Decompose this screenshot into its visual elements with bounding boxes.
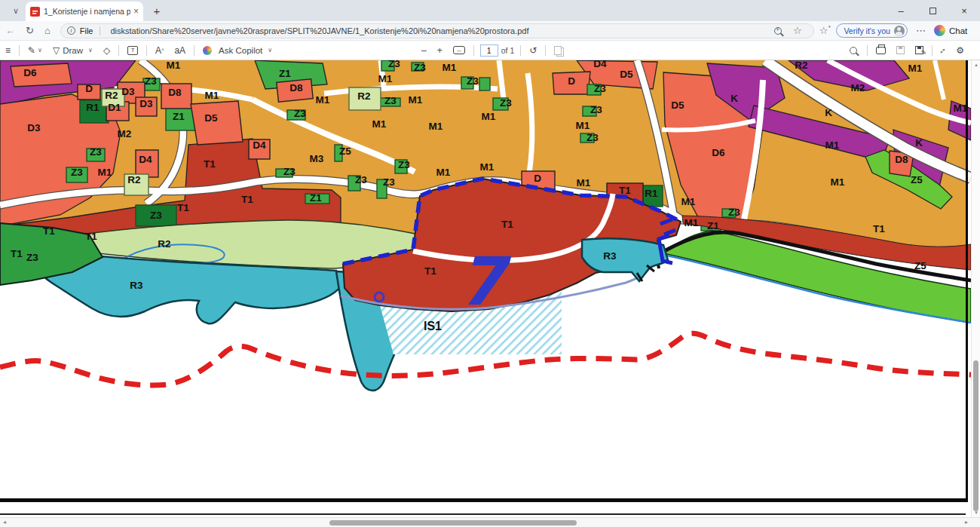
print-icon[interactable] [871,47,891,54]
zoom-out-icon[interactable]: – [416,45,432,56]
zone-label: Z3 [467,75,479,87]
zone-label: M1 [577,177,591,188]
restore-button[interactable] [917,0,948,21]
url-scheme-label: File [80,26,100,35]
pdf-favicon [30,7,40,17]
address-bar[interactable]: i File diskstation/Share%20server/javne%… [60,23,814,38]
divider [194,45,194,56]
restore-icon [929,8,936,14]
read-aloud-icon[interactable]: A^ [150,45,169,56]
scroll-up-icon[interactable]: ▴ [972,62,980,68]
verify-profile-button[interactable]: Verify it's you [836,23,908,38]
zone-label: T1 [11,248,23,259]
draw-button[interactable]: ▽Draw∨ [47,45,98,56]
zone-label: T1 [424,265,436,277]
zone-label: M1 [378,73,393,84]
divider [118,45,119,56]
zone-label: T1 [619,185,631,196]
zone-label: Z3 [594,83,606,94]
refresh-button[interactable]: ↻ [20,25,39,36]
favorites-star-icon[interactable]: ☆ [788,25,807,36]
zone-label: Z3 [388,60,400,69]
settings-gear-icon[interactable]: ⚙ [951,45,969,56]
zone-label: Z3 [294,108,306,119]
rotate-icon[interactable]: ↺ [524,45,542,56]
profile-avatar [894,26,905,36]
pdf-zoom-controls: – + ↔ of 1 ↺ [416,44,567,57]
ask-copilot-button[interactable]: Ask Copilot∨ [198,46,277,55]
zone-label: Z3 [590,104,602,115]
zone-label: T1 [177,202,189,213]
zone-label: K [825,107,832,118]
info-icon[interactable]: i [67,26,75,35]
zone-label: Z3 [586,132,599,143]
zone-label: Z5 [911,174,923,185]
zone-label: D [568,75,575,87]
zoning-map-canvas: 7 D6M1Z3DR2D3D8M1R1D1D3Z1D5D3M2Z3D4T1Z3M… [0,60,971,517]
zone-label: M1 [681,196,696,207]
zone-label: D5 [620,69,633,80]
zone-label: Z3 [414,62,426,73]
scroll-right-icon[interactable]: ▸ [965,519,968,525]
more-menu-icon[interactable]: ⋯ [911,25,931,36]
zone-label: Z3 [283,166,296,177]
highlighter-icon[interactable]: ✎∨ [23,45,47,56]
table-of-contents-icon[interactable]: ≡ [0,45,16,56]
zone-label: Z3 [26,252,38,263]
zone-label: M1 [443,62,457,73]
pdf-page: 7 D6M1Z3DR2D3D8M1R1D1D3Z1D5D3M2Z3D4T1Z3M… [0,60,971,517]
save-icon[interactable] [891,46,910,54]
page-number-input[interactable] [480,44,498,57]
scroll-down-icon[interactable]: ▾ [972,510,980,516]
tab-close-icon[interactable]: × [133,6,139,17]
zone-label: M1 [825,139,840,151]
zone-label: Z1 [279,68,291,79]
zoom-page-icon[interactable] [774,27,782,35]
zone-label: Z3 [150,210,162,221]
area-number-marker: 7 [458,243,512,320]
translate-icon[interactable]: aA [169,45,191,56]
home-button[interactable]: ⌂ [39,25,56,36]
titlebar: ∨ 1_Koristenje i namjena prostora.p... ×… [0,0,980,21]
eraser-icon[interactable]: ◇ [98,45,115,56]
tab-list-chevron-icon[interactable]: ∨ [6,2,26,19]
zone-label: D [85,83,93,94]
horizontal-scroll-thumb[interactable] [329,520,577,525]
zone-label: M1 [908,63,923,74]
zone-label: Z3 [71,167,83,178]
zone-label: T1 [204,158,216,170]
zone-label: R2 [127,174,140,185]
zone-label: D4 [253,139,266,151]
fit-to-width-icon[interactable]: ↔ [448,46,470,54]
search-icon[interactable] [843,47,864,54]
zone-label: R2 [795,60,807,71]
divider [473,45,474,56]
fullscreen-icon[interactable]: ↕ [934,41,952,59]
zone-label: D4 [593,60,607,69]
collections-icon[interactable]: ☆+ [814,25,834,36]
zone-label: Z3 [384,95,397,106]
vertical-scrollbar[interactable]: ▴ ▾ [971,60,980,517]
tab-title: 1_Koristenje i namjena prostora.p... [44,7,130,16]
zone-label: M1 [429,121,443,132]
page-view-icon[interactable] [549,46,567,55]
back-button[interactable]: ← [0,25,20,36]
zone-label: T1 [501,219,513,230]
text-box-icon[interactable]: T [122,46,143,55]
close-button[interactable]: × [948,0,980,21]
scroll-left-icon[interactable]: ◂ [3,519,6,525]
zone-label: R3 [130,280,143,291]
minimize-button[interactable]: – [885,0,917,21]
zoom-in-icon[interactable]: + [432,45,448,56]
horizontal-scrollbar[interactable]: ◂ ▸ [0,517,980,527]
zone-label: Z3 [500,97,512,109]
page-count-label: of 1 [501,46,515,55]
vertical-scroll-thumb[interactable] [973,360,978,511]
zone-label: R3 [603,250,617,262]
zone-label: Z1 [707,220,719,231]
active-tab[interactable]: 1_Koristenje i namjena prostora.p... × [26,2,143,21]
save-as-icon[interactable]: ✎ [910,46,929,54]
copilot-chat-button[interactable]: Chat [934,25,967,36]
zone-label: D3 [121,86,135,97]
new-tab-button[interactable]: + [149,3,164,18]
